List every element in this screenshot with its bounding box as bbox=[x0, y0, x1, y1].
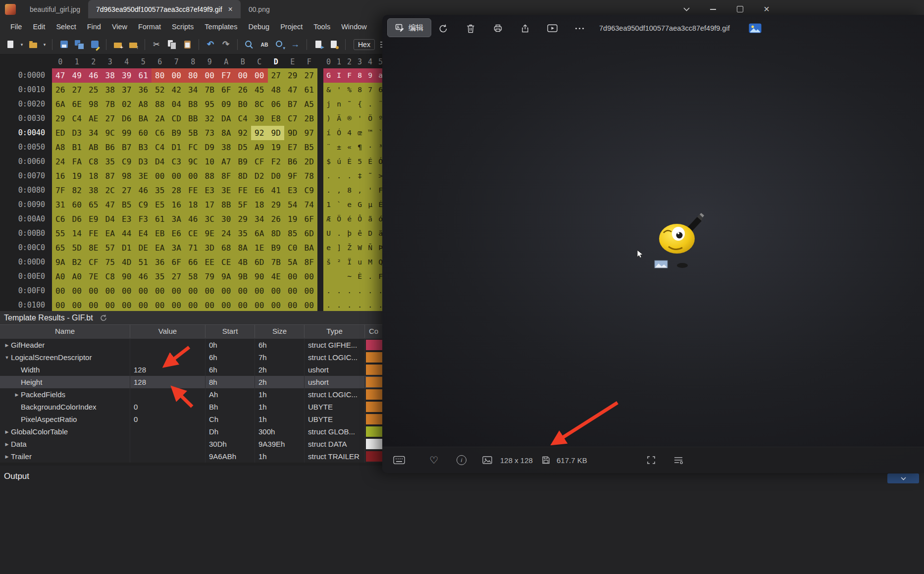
info-icon[interactable]: i bbox=[457, 455, 466, 465]
column-header-size[interactable]: Size bbox=[255, 325, 305, 338]
hex-byte[interactable]: 8F bbox=[301, 255, 318, 269]
template-row-logicalscreendescriptor[interactable]: ▼LogicalScreenDescriptor6h7hstruct LOGIC… bbox=[0, 351, 448, 364]
hex-byte[interactable]: 00 bbox=[301, 269, 318, 284]
ascii-char[interactable]: n bbox=[334, 97, 344, 111]
hex-byte[interactable]: 8A bbox=[218, 126, 235, 140]
hex-byte[interactable]: 32 bbox=[202, 111, 218, 126]
hex-byte[interactable]: 99 bbox=[118, 126, 135, 140]
hex-byte[interactable]: 27 bbox=[268, 68, 285, 83]
expand-arrow-icon[interactable]: ▶ bbox=[3, 429, 11, 434]
hex-byte[interactable]: AE bbox=[85, 111, 102, 126]
collapse-arrow-icon[interactable]: ▼ bbox=[3, 355, 11, 360]
open-folder-icon[interactable] bbox=[27, 38, 40, 51]
menu-edit[interactable]: Edit bbox=[27, 23, 51, 31]
hex-byte[interactable]: 00 bbox=[52, 298, 69, 311]
menu-project[interactable]: Project bbox=[275, 23, 308, 31]
hex-byte[interactable]: 24 bbox=[52, 155, 69, 169]
hex-byte[interactable]: 65 bbox=[85, 198, 102, 212]
hex-byte[interactable]: 36 bbox=[152, 255, 168, 269]
hex-byte[interactable]: 97 bbox=[301, 126, 318, 140]
template-row-width[interactable]: Width1286h2hushort bbox=[0, 364, 448, 376]
hex-byte[interactable]: 98 bbox=[118, 169, 135, 183]
hex-byte[interactable]: 38 bbox=[218, 140, 235, 155]
hex-byte[interactable]: EB bbox=[152, 226, 168, 241]
template-row-packedfields[interactable]: ▶PackedFieldsAh1hstruct LOGIC... bbox=[0, 388, 448, 401]
ascii-char[interactable]: ` bbox=[334, 198, 344, 212]
hex-byte[interactable]: C4 bbox=[235, 111, 252, 126]
template-row-trailer[interactable]: ▶Trailer9A6ABh1hstruct TRAILER bbox=[0, 450, 448, 463]
hex-byte[interactable]: 18 bbox=[85, 169, 102, 183]
menu-templates[interactable]: Templates bbox=[199, 23, 243, 31]
hex-byte[interactable]: 6D bbox=[301, 226, 318, 241]
find-next-icon[interactable] bbox=[273, 38, 286, 51]
ascii-char[interactable]: 1 bbox=[323, 198, 334, 212]
template-row-data[interactable]: ▶Data30Dh9A39Ehstruct DATA bbox=[0, 438, 448, 450]
scan-text-icon[interactable] bbox=[673, 456, 683, 464]
hex-byte[interactable]: F2 bbox=[268, 155, 285, 169]
expand-arrow-icon[interactable]: ▶ bbox=[13, 392, 21, 397]
ascii-char[interactable]: Ô bbox=[355, 212, 365, 226]
hex-byte[interactable]: A8 bbox=[52, 140, 69, 155]
hex-byte[interactable]: 00 bbox=[251, 298, 268, 311]
ascii-char[interactable]: ‚ bbox=[334, 183, 344, 198]
ascii-char[interactable]: 5 bbox=[355, 155, 365, 169]
hex-byte[interactable]: 41 bbox=[268, 183, 285, 198]
hex-byte[interactable]: B9 bbox=[168, 126, 185, 140]
hex-byte[interactable]: 42 bbox=[168, 83, 185, 97]
column-header-type[interactable]: Type bbox=[305, 325, 365, 338]
hex-byte[interactable]: FA bbox=[69, 155, 86, 169]
hex-byte[interactable]: D2 bbox=[251, 169, 268, 183]
edit-button[interactable]: 编辑 bbox=[387, 18, 431, 37]
hex-byte[interactable]: C6 bbox=[152, 126, 168, 140]
hex-byte[interactable]: 8C bbox=[251, 97, 268, 111]
hex-byte[interactable]: 68 bbox=[218, 241, 235, 255]
ascii-char[interactable]: ~ bbox=[344, 269, 355, 284]
dropdown-chevron-icon[interactable] bbox=[679, 7, 693, 11]
folder-new-icon[interactable] bbox=[111, 38, 124, 51]
ascii-char[interactable]: 8 bbox=[355, 83, 365, 97]
hex-byte[interactable]: 24 bbox=[218, 226, 235, 241]
hex-byte[interactable]: 2D bbox=[301, 155, 318, 169]
hex-byte[interactable]: 7F bbox=[52, 183, 69, 198]
hex-byte[interactable]: 00 bbox=[301, 284, 318, 298]
expand-arrow-icon[interactable]: ▶ bbox=[3, 454, 11, 459]
hex-byte[interactable]: 3A bbox=[168, 241, 185, 255]
hex-byte[interactable]: 30 bbox=[251, 111, 268, 126]
hex-byte[interactable]: 39 bbox=[118, 68, 135, 83]
hex-byte[interactable]: A7 bbox=[218, 155, 235, 169]
hex-byte[interactable]: A0 bbox=[69, 269, 86, 284]
ascii-char[interactable]: , bbox=[355, 183, 365, 198]
ascii-char[interactable]: þ bbox=[344, 226, 355, 241]
ascii-char[interactable]: . bbox=[355, 284, 365, 298]
hex-byte[interactable]: 90 bbox=[251, 269, 268, 284]
goto-icon[interactable] bbox=[289, 38, 302, 51]
hex-byte[interactable]: 26 bbox=[52, 83, 69, 97]
ascii-char[interactable]: W bbox=[355, 241, 365, 255]
copy-icon[interactable] bbox=[165, 38, 178, 51]
hex-byte[interactable]: C4 bbox=[152, 140, 168, 155]
hex-byte[interactable]: 19 bbox=[268, 140, 285, 155]
filmstrip-toggle-icon[interactable] bbox=[393, 456, 405, 465]
hex-byte[interactable]: 2A bbox=[152, 111, 168, 126]
hex-byte[interactable]: DA bbox=[218, 111, 235, 126]
ascii-char[interactable]: 8 bbox=[344, 183, 355, 198]
ascii-char[interactable]: ² bbox=[334, 255, 344, 269]
ascii-char[interactable]: ˜ bbox=[344, 97, 355, 111]
hex-byte[interactable]: 16 bbox=[52, 169, 69, 183]
hex-byte[interactable]: C3 bbox=[168, 155, 185, 169]
more-options-button[interactable] bbox=[569, 18, 589, 38]
template-row-gifheader[interactable]: ▶GifHeader0h6hstruct GIFHE... bbox=[0, 339, 448, 351]
hex-byte[interactable]: 00 bbox=[235, 298, 252, 311]
hex-byte[interactable]: 95 bbox=[202, 97, 218, 111]
hex-byte[interactable]: 71 bbox=[185, 241, 202, 255]
ascii-char[interactable]: . bbox=[344, 284, 355, 298]
hex-byte[interactable]: 18 bbox=[185, 198, 202, 212]
ascii-char[interactable]: œ bbox=[355, 126, 365, 140]
ascii-char[interactable]: j bbox=[323, 97, 334, 111]
ascii-char[interactable]: 4 bbox=[344, 126, 355, 140]
menu-find[interactable]: Find bbox=[82, 23, 106, 31]
hex-byte[interactable]: B7 bbox=[284, 97, 301, 111]
hex-byte[interactable]: 87 bbox=[102, 169, 119, 183]
tab-inactive[interactable]: 00.png bbox=[241, 0, 278, 18]
hex-byte[interactable]: B6 bbox=[102, 140, 119, 155]
